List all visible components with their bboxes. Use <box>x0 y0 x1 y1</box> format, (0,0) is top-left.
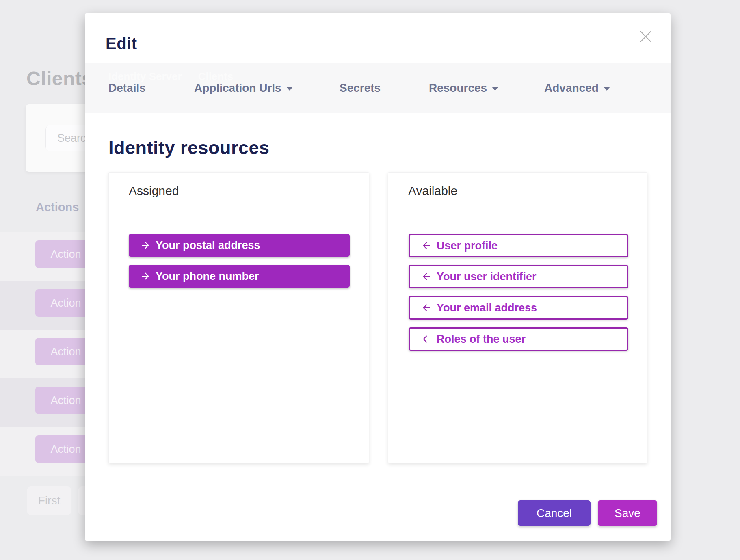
tab-secrets[interactable]: Secrets <box>340 63 381 113</box>
tab-advanced[interactable]: Advanced <box>544 63 610 113</box>
close-icon <box>639 30 653 43</box>
pagination-first-button[interactable]: First <box>27 486 71 515</box>
close-button[interactable] <box>636 27 655 46</box>
arrow-left-icon <box>421 303 432 313</box>
tab-bar: Identity Server Clients Details Applicat… <box>85 63 671 113</box>
available-panel-title: Available <box>408 184 457 198</box>
assigned-resource-button[interactable]: Your phone number <box>129 265 350 288</box>
available-resource-button[interactable]: User profile <box>409 234 628 257</box>
resource-label: Your email address <box>437 302 537 314</box>
resource-label: Your phone number <box>156 270 259 283</box>
cancel-button[interactable]: Cancel <box>518 500 591 526</box>
assigned-panel: Assigned Your postal address Your phone … <box>108 172 369 463</box>
resource-label: Roles of the user <box>437 333 526 346</box>
assigned-resource-button[interactable]: Your postal address <box>129 234 350 257</box>
tab-label: Application Urls <box>194 82 281 95</box>
tab-label: Resources <box>429 82 487 95</box>
chevron-down-icon <box>604 87 610 91</box>
edit-dialog: Edit Identity Server Clients Details App… <box>85 13 671 541</box>
tab-application-urls[interactable]: Application Urls <box>194 63 293 113</box>
tab-resources[interactable]: Resources <box>429 63 498 113</box>
tab-label: Secrets <box>340 82 381 95</box>
arrow-right-icon <box>140 240 151 251</box>
arrow-left-icon <box>421 271 432 282</box>
chevron-down-icon <box>286 87 293 91</box>
resource-label: Your user identifier <box>437 270 537 283</box>
resource-label: User profile <box>437 240 498 252</box>
available-resource-button[interactable]: Your email address <box>409 296 628 320</box>
section-title: Identity resources <box>108 137 270 158</box>
tab-label: Details <box>108 82 146 95</box>
assigned-panel-title: Assigned <box>129 184 179 198</box>
tab-label: Advanced <box>544 82 599 95</box>
available-panel: Available User profile Your user identif… <box>388 172 647 463</box>
chevron-down-icon <box>492 87 498 91</box>
tab-details[interactable]: Details <box>108 63 146 113</box>
arrow-right-icon <box>140 271 151 281</box>
actions-column-header: Actions <box>36 201 79 214</box>
available-resource-button[interactable]: Your user identifier <box>409 265 628 288</box>
arrow-left-icon <box>421 240 432 251</box>
arrow-left-icon <box>421 334 432 344</box>
resource-label: Your postal address <box>156 239 260 252</box>
page-title: Clients <box>26 67 93 90</box>
screen: Clients Actions Action Action Action Act… <box>0 0 740 560</box>
save-button[interactable]: Save <box>598 500 657 526</box>
dialog-title: Edit <box>106 35 137 53</box>
available-resource-button[interactable]: Roles of the user <box>409 327 628 351</box>
